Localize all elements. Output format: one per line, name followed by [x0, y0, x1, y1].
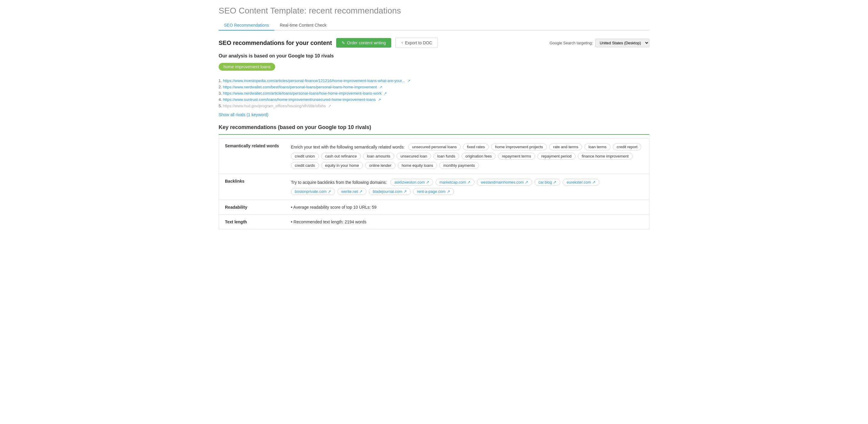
green-separator	[219, 134, 649, 135]
row-content-semantically: Enrich your text with the following sema…	[285, 139, 649, 174]
rival-item: 3. https://www.nerdwallet.com/article/lo…	[219, 91, 649, 95]
external-link-icon: ↗	[379, 85, 382, 89]
external-icon: ↗	[553, 180, 556, 185]
backlink-tag[interactable]: asklizweston.com ↗	[390, 179, 433, 186]
backlink-tag[interactable]: eurekster.com ↗	[563, 179, 599, 186]
show-all-rivals-link[interactable]: Show all rivals (1 keyword)	[219, 112, 269, 117]
rival-item: 2. https://www.nerdwallet.com/best/loans…	[219, 85, 649, 89]
rival-link-faded[interactable]: https://www.hud.gov/program_offices/hous…	[223, 104, 326, 108]
tag[interactable]: credit union	[291, 153, 319, 160]
row-content-readability: • Average readability score of top 10 UR…	[285, 200, 649, 215]
edit-icon: ✎	[342, 40, 345, 45]
external-icon: ↗	[447, 189, 450, 194]
external-link-icon: ↗	[378, 97, 381, 102]
rival-link[interactable]: https://www.suntrust.com/loans/home-impr…	[223, 97, 376, 102]
tags-intro: Enrich your text with the following sema…	[291, 145, 405, 149]
key-recommendations-title: Key recommendations (based on your Googl…	[219, 124, 649, 131]
backlinks-intro: Try to acquire backlinks from the follow…	[291, 180, 387, 185]
tag[interactable]: unsecured personal loans	[408, 143, 461, 150]
tag[interactable]: repayment period	[537, 153, 576, 160]
rival-link[interactable]: https://www.investopedia.com/articles/pe…	[223, 79, 405, 83]
tag[interactable]: online lender	[365, 162, 395, 169]
rivals-list: 1. https://www.investopedia.com/articles…	[219, 79, 649, 108]
backlinks-container: Try to acquire backlinks from the follow…	[291, 179, 643, 195]
tag[interactable]: home improvement projects	[491, 143, 547, 150]
upload-icon: ↑	[401, 40, 403, 45]
rival-item: 1. https://www.investopedia.com/articles…	[219, 79, 649, 83]
rival-item-faded: 5. https://www.hud.gov/program_offices/h…	[219, 104, 649, 108]
table-row-readability: Readability • Average readability score …	[219, 200, 649, 215]
export-to-doc-button[interactable]: ↑ Export to DOC	[395, 38, 438, 48]
tag[interactable]: loan terms	[584, 143, 611, 150]
row-content-backlinks: Try to acquire backlinks from the follow…	[285, 174, 649, 200]
external-icon: ↗	[426, 180, 429, 185]
top-action-bar: SEO recommendations for your content ✎ O…	[219, 38, 649, 48]
tag[interactable]: monthly payments	[439, 162, 479, 169]
backlink-tag[interactable]: rent-a-page.com ↗	[413, 188, 454, 195]
backlink-tag[interactable]: bladejournal.com ↗	[369, 188, 411, 195]
tab-realtime-content-check[interactable]: Real-time Content Check	[274, 20, 332, 31]
external-icon: ↗	[525, 180, 528, 185]
rival-item: 4. https://www.suntrust.com/loans/home-i…	[219, 97, 649, 102]
title-bold-part: SEO Content Template:	[219, 6, 307, 15]
backlink-tag[interactable]: bostonprivate.com ↗	[291, 188, 335, 195]
backlink-tag[interactable]: marketcap.com ↗	[435, 179, 474, 186]
page-title: SEO Content Template: recent recommendat…	[219, 6, 649, 16]
order-content-writing-button[interactable]: ✎ Order content writing	[336, 38, 391, 48]
tabs-bar: SEO Recommendations Real-time Content Ch…	[219, 20, 649, 31]
tag[interactable]: home equity loans	[398, 162, 437, 169]
google-targeting-dropdown[interactable]: United States (Desktop)	[595, 39, 649, 47]
external-icon: ↗	[467, 180, 470, 185]
recommendations-table: Semantically related words Enrich your t…	[219, 138, 649, 229]
google-targeting-label: Google Search targeting:	[550, 41, 593, 45]
tag[interactable]: credit report	[613, 143, 641, 150]
tag[interactable]: loan amounts	[363, 153, 394, 160]
text-length-text: • Recommended text length: 2194 words	[291, 220, 643, 224]
rival-link[interactable]: https://www.nerdwallet.com/article/loans…	[223, 91, 381, 95]
table-row-semantically-related: Semantically related words Enrich your t…	[219, 139, 649, 174]
tag[interactable]: finance home improvement	[578, 153, 632, 160]
external-link-icon: ↗	[407, 79, 410, 83]
external-link-icon: ↗	[328, 104, 331, 108]
tag[interactable]: origination fees	[462, 153, 496, 160]
external-icon: ↗	[592, 180, 595, 185]
title-sub-part: recent recommendations	[309, 6, 401, 15]
table-row-backlinks: Backlinks Try to acquire backlinks from …	[219, 174, 649, 200]
export-btn-label: Export to DOC	[405, 40, 432, 45]
tag[interactable]: repayment terms	[498, 153, 535, 160]
readability-text: • Average readability score of top 10 UR…	[291, 205, 643, 209]
external-link-icon: ↗	[384, 91, 387, 95]
section-title: SEO recommendations for your content	[219, 39, 332, 47]
external-icon: ↗	[328, 189, 331, 194]
external-icon: ↗	[403, 189, 407, 194]
row-label-backlinks: Backlinks	[219, 174, 285, 200]
rival-link[interactable]: https://www.nerdwallet.com/best/loans/pe…	[223, 85, 377, 89]
tab-seo-recommendations[interactable]: SEO Recommendations	[219, 20, 274, 31]
tag[interactable]: loan funds	[433, 153, 459, 160]
keyword-badge: home improvement loans	[219, 63, 275, 71]
backlink-tag[interactable]: werite.net ↗	[337, 188, 366, 195]
tag[interactable]: cash out refinance	[321, 153, 361, 160]
row-label-readability: Readability	[219, 200, 285, 215]
row-content-text-length: • Recommended text length: 2194 words	[285, 215, 649, 229]
analysis-subtitle: Our analysis is based on your Google top…	[219, 53, 649, 59]
google-targeting-selector: Google Search targeting: United States (…	[550, 39, 649, 47]
tag[interactable]: fixed rates	[463, 143, 489, 150]
tag[interactable]: credit cards	[291, 162, 319, 169]
order-btn-label: Order content writing	[347, 40, 386, 45]
backlink-tag[interactable]: car.blog ↗	[534, 179, 560, 186]
row-label-text-length: Text length	[219, 215, 285, 229]
row-label-semantically: Semantically related words	[219, 139, 285, 174]
backlink-tag[interactable]: westandmainhomes.com ↗	[477, 179, 532, 186]
external-icon: ↗	[359, 189, 363, 194]
tag[interactable]: rate and terms	[549, 143, 582, 150]
table-row-text-length: Text length • Recommended text length: 2…	[219, 215, 649, 229]
tags-container: Enrich your text with the following sema…	[291, 143, 643, 169]
tag[interactable]: equity in your home	[321, 162, 363, 169]
tag[interactable]: unsecured loan	[397, 153, 431, 160]
